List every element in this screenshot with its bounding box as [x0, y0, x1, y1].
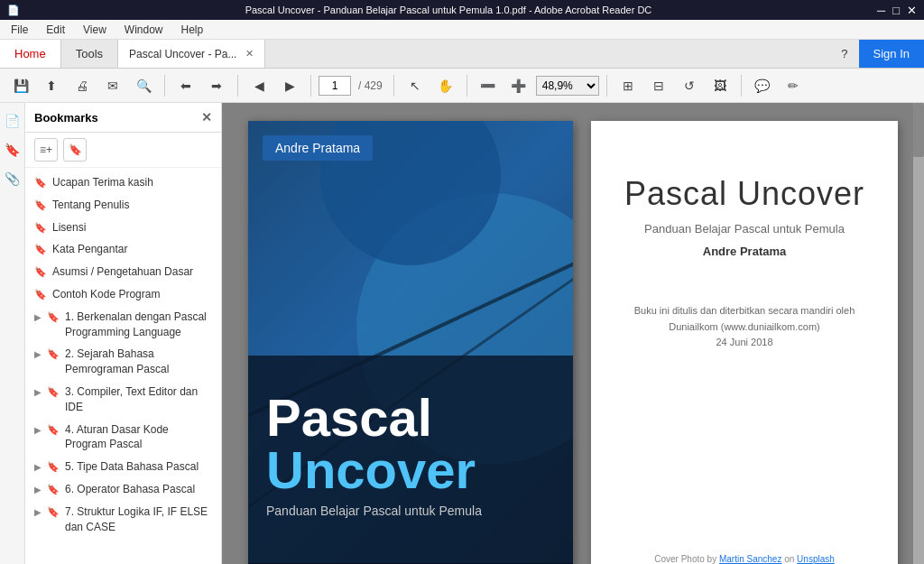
toolbar-save-button[interactable]: 💾	[7, 73, 34, 98]
title-page-author: Andre Pratama	[703, 245, 786, 258]
title-page-subtitle: Panduan Belajar Pascal untuk Pemula	[644, 222, 845, 236]
iconbar-pages-button[interactable]: 📄	[2, 110, 23, 132]
sidebar-bookmark-view-button[interactable]: 🔖	[63, 138, 87, 162]
bookmark-item[interactable]: ▶ 🔖 3. Compiler, Text Editor dan IDE	[25, 381, 221, 419]
title-page-main: Pascal Uncover Panduan Belajar Pascal un…	[618, 175, 871, 351]
bookmark-item[interactable]: 🔖 Contoh Kode Program	[25, 283, 221, 306]
expand-icon: ▶	[34, 484, 42, 496]
bookmark-icon: 🔖	[47, 385, 60, 399]
bookmark-item[interactable]: ▶ 🔖 7. Struktur Logika IF, IF ELSE dan C…	[25, 501, 221, 539]
menu-edit[interactable]: Edit	[42, 22, 69, 38]
tab-home[interactable]: Home	[0, 40, 61, 68]
bookmark-label: Kata Pengantar	[52, 242, 127, 257]
minimize-button[interactable]: ─	[877, 4, 885, 17]
cover-title-uncover: Uncover	[266, 444, 555, 496]
tab-tools-label: Tools	[76, 47, 103, 60]
tab-tools[interactable]: Tools	[61, 40, 118, 68]
bookmark-item[interactable]: 🔖 Ucapan Terima kasih	[25, 171, 221, 194]
bookmark-item[interactable]: ▶ 🔖 5. Tipe Data Bahasa Pascal	[25, 456, 221, 478]
title-page-title: Pascal Uncover	[624, 175, 864, 213]
toolbar-comment-button[interactable]: 💬	[749, 73, 776, 98]
cover-author-text: Andre Pratama	[275, 141, 360, 155]
expand-icon: ▶	[34, 311, 42, 324]
toolbar-back-button[interactable]: ◀	[245, 73, 273, 98]
bookmark-item[interactable]: ▶ 🔖 2. Sejarah Bahasa Pemrograman Pascal	[25, 343, 221, 381]
pdf-area: Andre Pratama Pascal Uncover Panduan Bel…	[222, 103, 924, 564]
iconbar-bookmarks-button[interactable]: 🔖	[2, 139, 23, 161]
toolbar-sep6	[606, 75, 607, 97]
toolbar-sep2	[237, 75, 238, 97]
martin-sanchez-link[interactable]: Martin Sanchez	[719, 554, 781, 564]
zoom-select[interactable]: 48,9% 50% 75% 100% 125% 150% 200%	[536, 76, 599, 96]
unsplash-link[interactable]: Unsplash	[797, 554, 835, 564]
tab-bar: Home Tools Pascal Uncover - Pa... ✕ ? Si…	[0, 40, 924, 69]
toolbar-prev-page-button[interactable]: ⬅	[172, 73, 199, 98]
toolbar-fit-width-button[interactable]: ⊞	[614, 73, 642, 98]
bookmark-item[interactable]: 🔖 Asumsi / Pengetahuan Dasar	[25, 261, 221, 283]
cover-author-badge: Andre Pratama	[263, 135, 373, 161]
icon-bar: 📄 🔖 📎	[0, 103, 25, 564]
menu-file[interactable]: File	[7, 22, 32, 38]
toolbar-forward-button[interactable]: ▶	[276, 73, 303, 98]
help-icon: ?	[841, 47, 847, 60]
scrollbar-thumb[interactable]	[913, 103, 924, 157]
bookmark-item[interactable]: 🔖 Tentang Penulis	[25, 194, 221, 217]
toolbar-sep5	[467, 75, 467, 97]
toolbar-sep3	[310, 75, 311, 97]
bookmark-label: 3. Compiler, Text Editor dan IDE	[65, 384, 212, 415]
tab-close-icon[interactable]: ✕	[245, 48, 254, 60]
tab-spacer	[265, 40, 830, 68]
toolbar-pencil-button[interactable]: ✏	[780, 73, 807, 98]
menu-window[interactable]: Window	[121, 22, 167, 38]
toolbar-cursor-button[interactable]: ↖	[402, 73, 429, 98]
sidebar-close-icon[interactable]: ✕	[201, 110, 212, 125]
close-button[interactable]: ✕	[907, 4, 917, 17]
bookmark-icon: 🔖	[34, 176, 47, 190]
expand-icon: ▶	[34, 348, 42, 361]
tab-help-button[interactable]: ?	[830, 40, 858, 68]
bookmark-label: 5. Tipe Data Bahasa Pascal	[65, 459, 199, 475]
toolbar-hand-button[interactable]: ✋	[432, 73, 459, 98]
tab-file-label: Pascal Uncover - Pa...	[129, 48, 236, 60]
menu-help[interactable]: Help	[178, 22, 208, 38]
sidebar-expand-all-button[interactable]: ≡+	[34, 138, 58, 162]
bookmark-item[interactable]: 🔖 Kata Pengantar	[25, 238, 221, 261]
signin-button[interactable]: Sign In	[859, 40, 924, 68]
title-page-date: 24 Juni 2018	[716, 337, 773, 347]
bookmark-icon: 🔖	[47, 347, 60, 361]
bookmark-item[interactable]: 🔖 Lisensi	[25, 217, 221, 239]
toolbar-next-page-button[interactable]: ➡	[203, 73, 230, 98]
toolbar-upload-button[interactable]: ⬆	[38, 73, 65, 98]
sidebar-title: Bookmarks	[34, 111, 98, 125]
bookmark-label: Asumsi / Pengetahuan Dasar	[52, 264, 193, 280]
toolbar-email-button[interactable]: ✉	[99, 73, 126, 98]
title-page: Pascal Uncover Panduan Belajar Pascal un…	[591, 121, 898, 564]
cover-subtitle: Panduan Belajar Pascal untuk Pemula	[266, 504, 555, 518]
sidebar: Bookmarks ✕ ≡+ 🔖 🔖 Ucapan Terima kasih 🔖…	[25, 103, 222, 564]
expand-icon: ▶	[34, 386, 42, 399]
main-layout: 📄 🔖 📎 Bookmarks ✕ ≡+ 🔖 🔖 Ucapan Terima k…	[0, 103, 924, 564]
bookmark-item[interactable]: ▶ 🔖 4. Aturan Dasar Kode Program Pascal	[25, 419, 221, 457]
signin-label: Sign In	[873, 47, 910, 60]
tab-file[interactable]: Pascal Uncover - Pa... ✕	[118, 40, 265, 68]
page-input[interactable]	[319, 76, 351, 96]
maximize-button[interactable]: □	[892, 4, 900, 17]
toolbar-zoom-in-button[interactable]: ➕	[505, 73, 532, 98]
bookmark-label: Contoh Kode Program	[52, 287, 160, 302]
bookmark-icon: 🔖	[34, 243, 47, 256]
bookmark-label: Ucapan Terima kasih	[52, 175, 153, 190]
iconbar-tools-button[interactable]: 📎	[2, 168, 23, 190]
bookmark-icon: 🔖	[47, 460, 60, 474]
scrollbar-right[interactable]	[913, 103, 924, 564]
toolbar-screenshot-button[interactable]: 🖼	[707, 73, 734, 98]
toolbar-print-button[interactable]: 🖨	[69, 73, 96, 98]
toolbar-sep1	[164, 75, 165, 97]
menu-view[interactable]: View	[79, 22, 110, 38]
toolbar-rotate-button[interactable]: ↺	[676, 73, 703, 98]
toolbar-fit-page-button[interactable]: ⊟	[645, 73, 672, 98]
bookmark-item[interactable]: ▶ 🔖 1. Berkenalan dengan Pascal Programm…	[25, 306, 221, 344]
bookmark-item[interactable]: ▶ 🔖 6. Operator Bahasa Pascal	[25, 478, 221, 501]
title-bar-icon: 📄	[7, 5, 20, 16]
toolbar-search-button[interactable]: 🔍	[130, 73, 157, 98]
toolbar-zoom-out-button[interactable]: ➖	[475, 73, 502, 98]
